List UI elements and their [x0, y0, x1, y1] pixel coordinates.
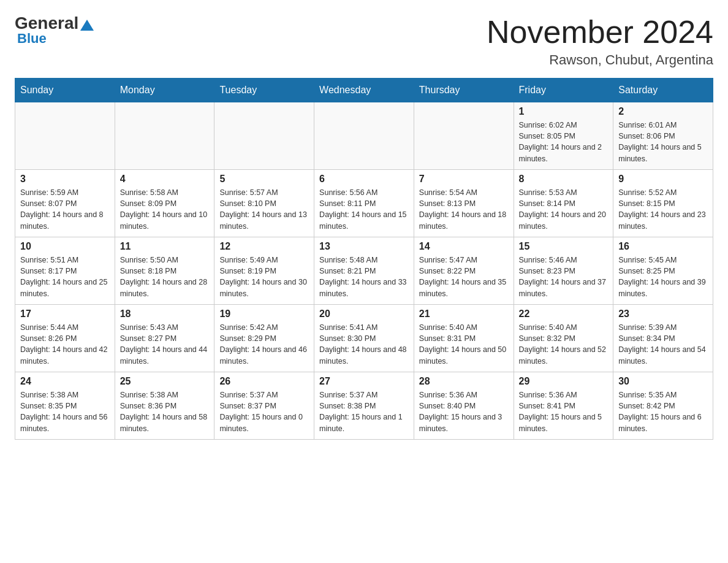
- table-row: 17Sunrise: 5:44 AM Sunset: 8:26 PM Dayli…: [15, 305, 115, 372]
- table-row: 22Sunrise: 5:40 AM Sunset: 8:32 PM Dayli…: [514, 305, 613, 372]
- table-row: 6Sunrise: 5:56 AM Sunset: 8:11 PM Daylig…: [314, 170, 414, 237]
- day-number: 15: [519, 241, 609, 252]
- calendar-week-row: 10Sunrise: 5:51 AM Sunset: 8:17 PM Dayli…: [15, 237, 713, 305]
- table-row: 16Sunrise: 5:45 AM Sunset: 8:25 PM Dayli…: [613, 237, 713, 305]
- calendar-week-row: 24Sunrise: 5:38 AM Sunset: 8:35 PM Dayli…: [15, 372, 713, 440]
- day-info: Sunrise: 5:58 AM Sunset: 8:09 PM Dayligh…: [120, 187, 210, 232]
- table-row: 30Sunrise: 5:35 AM Sunset: 8:42 PM Dayli…: [613, 372, 713, 440]
- day-number: 19: [219, 308, 309, 320]
- col-thursday: Thursday: [414, 79, 514, 102]
- day-number: 1: [519, 106, 609, 117]
- day-info: Sunrise: 5:37 AM Sunset: 8:37 PM Dayligh…: [219, 389, 309, 434]
- calendar-week-row: 3Sunrise: 5:59 AM Sunset: 8:07 PM Daylig…: [15, 170, 713, 237]
- day-info: Sunrise: 6:01 AM Sunset: 8:06 PM Dayligh…: [618, 120, 708, 164]
- table-row: 25Sunrise: 5:38 AM Sunset: 8:36 PM Dayli…: [115, 372, 214, 440]
- day-info: Sunrise: 5:46 AM Sunset: 8:23 PM Dayligh…: [519, 255, 609, 299]
- page-header: General Blue November 2024 Rawson, Chubu…: [15, 15, 713, 68]
- day-info: Sunrise: 5:47 AM Sunset: 8:22 PM Dayligh…: [419, 255, 509, 299]
- logo: General Blue: [15, 15, 94, 47]
- table-row: [314, 102, 414, 170]
- day-number: 27: [319, 376, 409, 387]
- day-info: Sunrise: 5:36 AM Sunset: 8:40 PM Dayligh…: [419, 389, 509, 434]
- table-row: 19Sunrise: 5:42 AM Sunset: 8:29 PM Dayli…: [214, 305, 314, 372]
- table-row: [15, 102, 115, 170]
- table-row: 13Sunrise: 5:48 AM Sunset: 8:21 PM Dayli…: [314, 237, 414, 305]
- day-info: Sunrise: 5:53 AM Sunset: 8:14 PM Dayligh…: [519, 187, 609, 232]
- day-info: Sunrise: 5:43 AM Sunset: 8:27 PM Dayligh…: [120, 322, 210, 367]
- day-info: Sunrise: 5:44 AM Sunset: 8:26 PM Dayligh…: [20, 322, 110, 367]
- table-row: [414, 102, 514, 170]
- day-number: 5: [219, 174, 309, 185]
- day-number: 17: [20, 308, 110, 320]
- col-monday: Monday: [115, 79, 214, 102]
- day-number: 3: [20, 174, 110, 185]
- logo-blue: Blue: [15, 31, 47, 47]
- day-number: 28: [419, 376, 509, 387]
- day-number: 9: [618, 174, 708, 185]
- day-info: Sunrise: 5:59 AM Sunset: 8:07 PM Dayligh…: [20, 187, 110, 232]
- table-row: 10Sunrise: 5:51 AM Sunset: 8:17 PM Dayli…: [15, 237, 115, 305]
- day-info: Sunrise: 5:38 AM Sunset: 8:36 PM Dayligh…: [120, 389, 210, 434]
- day-info: Sunrise: 5:38 AM Sunset: 8:35 PM Dayligh…: [20, 389, 110, 434]
- day-number: 24: [20, 376, 110, 387]
- day-info: Sunrise: 5:42 AM Sunset: 8:29 PM Dayligh…: [219, 322, 309, 367]
- table-row: 29Sunrise: 5:36 AM Sunset: 8:41 PM Dayli…: [514, 372, 613, 440]
- table-row: 28Sunrise: 5:36 AM Sunset: 8:40 PM Dayli…: [414, 372, 514, 440]
- table-row: 18Sunrise: 5:43 AM Sunset: 8:27 PM Dayli…: [115, 305, 214, 372]
- table-row: 20Sunrise: 5:41 AM Sunset: 8:30 PM Dayli…: [314, 305, 414, 372]
- day-info: Sunrise: 5:48 AM Sunset: 8:21 PM Dayligh…: [319, 255, 409, 299]
- day-number: 26: [219, 376, 309, 387]
- day-number: 30: [618, 376, 708, 387]
- day-number: 10: [20, 241, 110, 252]
- table-row: 4Sunrise: 5:58 AM Sunset: 8:09 PM Daylig…: [115, 170, 214, 237]
- table-row: 23Sunrise: 5:39 AM Sunset: 8:34 PM Dayli…: [613, 305, 713, 372]
- table-row: 9Sunrise: 5:52 AM Sunset: 8:15 PM Daylig…: [613, 170, 713, 237]
- month-title: November 2024: [487, 15, 713, 50]
- day-info: Sunrise: 5:45 AM Sunset: 8:25 PM Dayligh…: [618, 255, 708, 299]
- day-number: 21: [419, 308, 509, 320]
- day-number: 7: [419, 174, 509, 185]
- day-info: Sunrise: 5:40 AM Sunset: 8:32 PM Dayligh…: [519, 322, 609, 367]
- day-info: Sunrise: 5:49 AM Sunset: 8:19 PM Dayligh…: [219, 255, 309, 299]
- day-info: Sunrise: 5:40 AM Sunset: 8:31 PM Dayligh…: [419, 322, 509, 367]
- table-row: 14Sunrise: 5:47 AM Sunset: 8:22 PM Dayli…: [414, 237, 514, 305]
- day-number: 25: [120, 376, 210, 387]
- day-info: Sunrise: 5:36 AM Sunset: 8:41 PM Dayligh…: [519, 389, 609, 434]
- table-row: 15Sunrise: 5:46 AM Sunset: 8:23 PM Dayli…: [514, 237, 613, 305]
- col-friday: Friday: [514, 79, 613, 102]
- day-number: 20: [319, 308, 409, 320]
- table-row: 7Sunrise: 5:54 AM Sunset: 8:13 PM Daylig…: [414, 170, 514, 237]
- table-row: 21Sunrise: 5:40 AM Sunset: 8:31 PM Dayli…: [414, 305, 514, 372]
- col-saturday: Saturday: [613, 79, 713, 102]
- table-row: 12Sunrise: 5:49 AM Sunset: 8:19 PM Dayli…: [214, 237, 314, 305]
- location-title: Rawson, Chubut, Argentina: [487, 52, 713, 68]
- day-number: 6: [319, 174, 409, 185]
- day-number: 13: [319, 241, 409, 252]
- day-info: Sunrise: 5:35 AM Sunset: 8:42 PM Dayligh…: [618, 389, 708, 434]
- day-info: Sunrise: 5:39 AM Sunset: 8:34 PM Dayligh…: [618, 322, 708, 367]
- day-number: 2: [618, 106, 708, 117]
- col-sunday: Sunday: [15, 79, 115, 102]
- day-info: Sunrise: 5:56 AM Sunset: 8:11 PM Dayligh…: [319, 187, 409, 232]
- col-wednesday: Wednesday: [314, 79, 414, 102]
- table-row: 5Sunrise: 5:57 AM Sunset: 8:10 PM Daylig…: [214, 170, 314, 237]
- table-row: 2Sunrise: 6:01 AM Sunset: 8:06 PM Daylig…: [613, 102, 713, 170]
- day-number: 4: [120, 174, 210, 185]
- day-info: Sunrise: 5:41 AM Sunset: 8:30 PM Dayligh…: [319, 322, 409, 367]
- table-row: 3Sunrise: 5:59 AM Sunset: 8:07 PM Daylig…: [15, 170, 115, 237]
- table-row: 1Sunrise: 6:02 AM Sunset: 8:05 PM Daylig…: [514, 102, 613, 170]
- calendar-week-row: 1Sunrise: 6:02 AM Sunset: 8:05 PM Daylig…: [15, 102, 713, 170]
- table-row: 8Sunrise: 5:53 AM Sunset: 8:14 PM Daylig…: [514, 170, 613, 237]
- table-row: [115, 102, 214, 170]
- day-number: 22: [519, 308, 609, 320]
- svg-marker-0: [80, 20, 94, 31]
- day-info: Sunrise: 6:02 AM Sunset: 8:05 PM Dayligh…: [519, 120, 609, 164]
- day-number: 23: [618, 308, 708, 320]
- day-info: Sunrise: 5:54 AM Sunset: 8:13 PM Dayligh…: [419, 187, 509, 232]
- day-number: 8: [519, 174, 609, 185]
- calendar-table: Sunday Monday Tuesday Wednesday Thursday…: [15, 78, 713, 440]
- day-info: Sunrise: 5:50 AM Sunset: 8:18 PM Dayligh…: [120, 255, 210, 299]
- table-row: [214, 102, 314, 170]
- calendar-week-row: 17Sunrise: 5:44 AM Sunset: 8:26 PM Dayli…: [15, 305, 713, 372]
- day-info: Sunrise: 5:52 AM Sunset: 8:15 PM Dayligh…: [618, 187, 708, 232]
